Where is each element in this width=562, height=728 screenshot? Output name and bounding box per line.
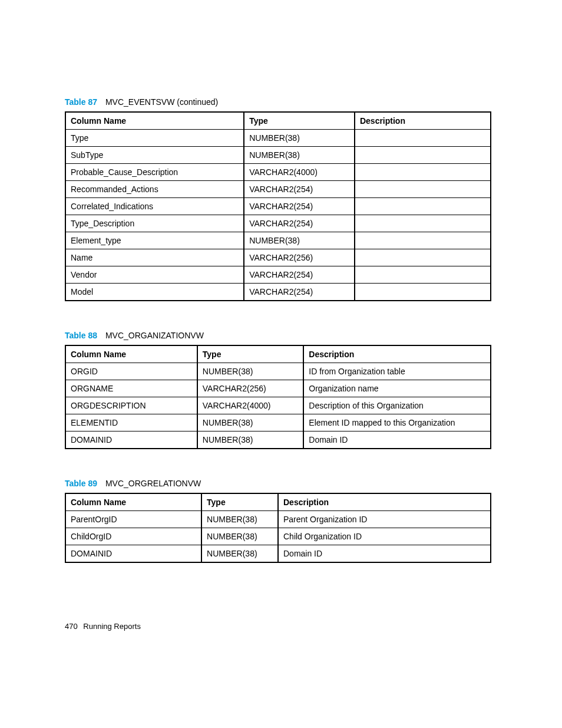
table-row: ParentOrgIDNUMBER(38)Parent Organization… [65, 511, 491, 528]
cell: VARCHAR2(256) [197, 380, 304, 397]
cell: VARCHAR2(254) [244, 198, 355, 215]
col-header: Description [278, 493, 491, 511]
table-row: NameVARCHAR2(256) [65, 249, 491, 266]
cell: ELEMENTID [65, 414, 197, 431]
table-row: SubTypeNUMBER(38) [65, 147, 491, 164]
cell [355, 164, 491, 181]
cell: ORGDESCRIPTION [65, 397, 197, 414]
cell: NUMBER(38) [197, 431, 304, 449]
table-row: DOMAINIDNUMBER(38)Domain ID [65, 431, 491, 449]
cell: NUMBER(38) [201, 545, 278, 563]
table-header-row: Column Name Type Description [65, 345, 491, 363]
cell: VARCHAR2(4000) [197, 397, 304, 414]
cell: Name [65, 249, 244, 266]
table-row: Type_DescriptionVARCHAR2(254) [65, 215, 491, 232]
cell [355, 249, 491, 266]
table-row: ORGNAMEVARCHAR2(256)Organization name [65, 380, 491, 397]
cell: Domain ID [303, 431, 491, 449]
cell: DOMAINID [65, 431, 197, 449]
col-header: Type [201, 493, 278, 511]
table-title: MVC_ORGRELATIONVW [105, 479, 201, 488]
table-row: TypeNUMBER(38) [65, 130, 491, 147]
cell: SubType [65, 147, 244, 164]
table-row: ORGDESCRIPTIONVARCHAR2(4000)Description … [65, 397, 491, 414]
cell: Recommanded_Actions [65, 181, 244, 198]
cell: Description of this Organization [303, 397, 491, 414]
table-mvc-orgrelationvw: Column Name Type Description ParentOrgID… [65, 493, 491, 563]
table-mvc-eventsvw: Column Name Type Description TypeNUMBER(… [65, 111, 491, 301]
table-row: ModelVARCHAR2(254) [65, 284, 491, 301]
table-mvc-organizationvw: Column Name Type Description ORGIDNUMBER… [65, 345, 491, 449]
table-caption: Table 88 MVC_ORGANIZATIONVW [65, 331, 491, 340]
cell [355, 198, 491, 215]
cell: VARCHAR2(254) [244, 284, 355, 301]
table-number: Table 87 [65, 97, 97, 107]
table-header-row: Column Name Type Description [65, 493, 491, 511]
table-caption: Table 89 MVC_ORGRELATIONVW [65, 479, 491, 488]
table-row: ELEMENTIDNUMBER(38)Element ID mapped to … [65, 414, 491, 431]
cell: ORGNAME [65, 380, 197, 397]
col-header: Column Name [65, 493, 201, 511]
cell [355, 232, 491, 249]
table-row: Probable_Cause_DescriptionVARCHAR2(4000) [65, 164, 491, 181]
col-header: Type [244, 112, 355, 130]
table-number: Table 89 [65, 479, 97, 488]
cell: Parent Organization ID [278, 511, 491, 528]
cell [355, 284, 491, 301]
cell: ParentOrgID [65, 511, 201, 528]
cell [355, 147, 491, 164]
cell: ID from Organization table [303, 363, 491, 380]
cell: DOMAINID [65, 545, 201, 563]
col-header: Column Name [65, 345, 197, 363]
cell: NUMBER(38) [244, 147, 355, 164]
cell [355, 130, 491, 147]
cell: Element_type [65, 232, 244, 249]
cell: Correlated_Indications [65, 198, 244, 215]
col-header: Description [303, 345, 491, 363]
table-row: ChildOrgIDNUMBER(38)Child Organization I… [65, 528, 491, 545]
col-header: Type [197, 345, 304, 363]
table-row: ORGIDNUMBER(38)ID from Organization tabl… [65, 363, 491, 380]
page-number: 470 [65, 622, 78, 631]
cell: NUMBER(38) [197, 414, 304, 431]
cell: VARCHAR2(254) [244, 215, 355, 232]
table-title: MVC_EVENTSVW (continued) [105, 97, 218, 107]
table-row: Correlated_IndicationsVARCHAR2(254) [65, 198, 491, 215]
table-caption: Table 87 MVC_EVENTSVW (continued) [65, 97, 491, 107]
col-header: Description [355, 112, 491, 130]
cell: VARCHAR2(4000) [244, 164, 355, 181]
cell: Model [65, 284, 244, 301]
cell: Type_Description [65, 215, 244, 232]
table-row: Element_typeNUMBER(38) [65, 232, 491, 249]
table-header-row: Column Name Type Description [65, 112, 491, 130]
cell: Domain ID [278, 545, 491, 563]
cell [355, 181, 491, 198]
table-row: Recommanded_ActionsVARCHAR2(254) [65, 181, 491, 198]
cell [355, 215, 491, 232]
cell: NUMBER(38) [201, 511, 278, 528]
page-footer: 470 Running Reports [65, 622, 491, 631]
cell [355, 266, 491, 284]
table-title: MVC_ORGANIZATIONVW [105, 331, 204, 340]
cell: ChildOrgID [65, 528, 201, 545]
cell: Vendor [65, 266, 244, 284]
cell: Element ID mapped to this Organization [303, 414, 491, 431]
cell: Probable_Cause_Description [65, 164, 244, 181]
cell: NUMBER(38) [201, 528, 278, 545]
cell: NUMBER(38) [197, 363, 304, 380]
table-number: Table 88 [65, 331, 97, 340]
cell: NUMBER(38) [244, 130, 355, 147]
table-row: DOMAINIDNUMBER(38)Domain ID [65, 545, 491, 563]
cell: NUMBER(38) [244, 232, 355, 249]
cell: VARCHAR2(254) [244, 181, 355, 198]
cell: VARCHAR2(256) [244, 249, 355, 266]
cell: Child Organization ID [278, 528, 491, 545]
cell: VARCHAR2(254) [244, 266, 355, 284]
cell: ORGID [65, 363, 197, 380]
table-row: VendorVARCHAR2(254) [65, 266, 491, 284]
cell: Type [65, 130, 244, 147]
section-title: Running Reports [83, 622, 141, 631]
col-header: Column Name [65, 112, 244, 130]
cell: Organization name [303, 380, 491, 397]
